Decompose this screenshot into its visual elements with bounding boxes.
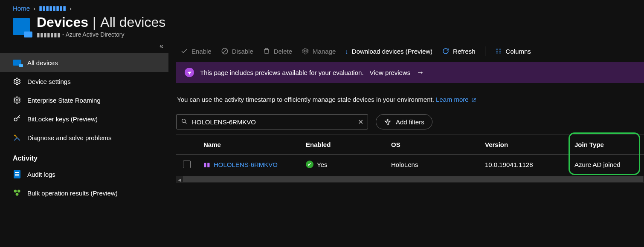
disable-button[interactable]: Disable bbox=[221, 47, 253, 55]
view-previews-link[interactable]: View previews bbox=[370, 69, 411, 76]
preview-banner-text: This page includes previews available fo… bbox=[200, 69, 364, 76]
cell-enabled: ✓ Yes bbox=[304, 161, 389, 168]
rocket-icon: ➤ bbox=[183, 66, 196, 79]
enable-label: Enable bbox=[191, 48, 212, 55]
device-icon: ▮▮ bbox=[203, 161, 210, 168]
page-subtitle-tenant: ▮▮▮▮▮▮▮ bbox=[37, 31, 61, 38]
svg-point-4 bbox=[14, 190, 17, 193]
columns-icon bbox=[495, 47, 502, 55]
delete-label: Delete bbox=[274, 48, 292, 55]
sidebar-item-label: All devices bbox=[27, 59, 58, 66]
add-filters-button[interactable]: Add filters bbox=[376, 114, 432, 129]
toolbar-divider bbox=[485, 46, 485, 56]
refresh-button[interactable]: Refresh bbox=[442, 47, 476, 55]
breadcrumb: Home › ▮▮▮▮▮▮▮▮ › bbox=[0, 0, 644, 14]
collapse-sidebar-icon[interactable]: « bbox=[160, 42, 163, 50]
svg-point-6 bbox=[16, 193, 19, 196]
bulk-icon bbox=[13, 189, 21, 197]
gear-icon bbox=[302, 47, 309, 55]
row-checkbox[interactable] bbox=[183, 161, 191, 168]
enable-button[interactable]: Enable bbox=[180, 47, 212, 55]
download-devices-button[interactable]: ↓ Download devices (Preview) bbox=[345, 48, 432, 55]
scroll-left-icon[interactable]: ◂ bbox=[176, 176, 182, 182]
page-title: Devices | All devices bbox=[37, 14, 165, 30]
enabled-check-icon: ✓ bbox=[306, 161, 313, 168]
sidebar-item-device-settings[interactable]: Device settings bbox=[0, 72, 168, 91]
preview-banner: ➤ This page includes previews available … bbox=[176, 62, 644, 83]
search-icon bbox=[181, 118, 188, 126]
block-icon bbox=[221, 47, 229, 55]
sidebar-item-audit-logs[interactable]: Audit logs bbox=[0, 165, 168, 184]
columns-button[interactable]: Columns bbox=[495, 47, 531, 55]
page-title-block: Devices | All devices ▮▮▮▮▮▮▮ - Azure Ac… bbox=[37, 14, 165, 38]
devices-icon bbox=[13, 58, 21, 67]
cell-join-type: Azure AD joined bbox=[573, 161, 641, 168]
page-title-main: Devices bbox=[37, 14, 88, 30]
cell-os: HoloLens bbox=[389, 161, 483, 168]
sidebar-section-activity: Activity bbox=[0, 147, 168, 165]
manage-button[interactable]: Manage bbox=[302, 47, 336, 55]
horizontal-scrollbar[interactable]: ◂ bbox=[176, 176, 644, 183]
gear-icon bbox=[13, 77, 21, 86]
sidebar-item-label: Bulk operation results (Preview) bbox=[27, 190, 118, 197]
refresh-icon bbox=[442, 47, 450, 55]
external-link-icon bbox=[471, 98, 476, 103]
scroll-track[interactable] bbox=[183, 176, 643, 182]
sidebar-item-label: Audit logs bbox=[27, 171, 55, 178]
cell-version: 10.0.19041.1128 bbox=[483, 161, 573, 168]
filter-icon bbox=[384, 118, 392, 126]
breadcrumb-home[interactable]: Home bbox=[13, 5, 30, 12]
sidebar-item-label: Enterprise State Roaming bbox=[27, 97, 101, 104]
table-header: Name Enabled OS Version Join Type bbox=[176, 135, 644, 155]
col-os[interactable]: OS bbox=[389, 141, 483, 148]
svg-point-9 bbox=[182, 119, 186, 122]
sidebar-item-enterprise-state-roaming[interactable]: Enterprise State Roaming bbox=[0, 91, 168, 109]
sidebar: « All devices Device settings Enterprise… bbox=[0, 42, 168, 238]
col-join-type[interactable]: Join Type bbox=[573, 141, 641, 148]
refresh-label: Refresh bbox=[453, 48, 476, 55]
search-box[interactable]: ✕ bbox=[176, 114, 368, 129]
page-subtitle-suffix: - Azure Active Directory bbox=[61, 31, 124, 38]
description-line: You can use the activity timestamp to ef… bbox=[176, 96, 644, 114]
breadcrumb-tenant[interactable]: ▮▮▮▮▮▮▮▮ bbox=[39, 4, 66, 12]
delete-button[interactable]: Delete bbox=[263, 47, 292, 55]
breadcrumb-sep-icon: › bbox=[70, 5, 72, 12]
sidebar-item-bulk-operation-results[interactable]: Bulk operation results (Preview) bbox=[0, 184, 168, 202]
add-filters-label: Add filters bbox=[396, 118, 424, 126]
key-icon bbox=[13, 115, 21, 123]
sidebar-item-label: BitLocker keys (Preview) bbox=[27, 115, 98, 123]
gear-icon bbox=[13, 96, 21, 104]
clear-search-icon[interactable]: ✕ bbox=[358, 118, 363, 126]
sidebar-item-diagnose[interactable]: Diagnose and solve problems bbox=[0, 128, 168, 147]
tools-icon bbox=[13, 133, 21, 142]
device-name-link[interactable]: HOLOLENS-6RMKVO bbox=[214, 161, 278, 168]
cell-name[interactable]: ▮▮ HOLOLENS-6RMKVO bbox=[202, 161, 304, 168]
sidebar-item-all-devices[interactable]: All devices bbox=[0, 53, 168, 72]
devices-header-icon bbox=[13, 18, 30, 35]
trash-icon bbox=[263, 47, 270, 55]
page-header: Devices | All devices ▮▮▮▮▮▮▮ - Azure Ac… bbox=[0, 14, 644, 42]
sidebar-item-bitlocker-keys[interactable]: BitLocker keys (Preview) bbox=[0, 109, 168, 128]
svg-point-0 bbox=[16, 80, 18, 83]
search-input[interactable] bbox=[192, 118, 354, 126]
svg-point-8 bbox=[305, 50, 307, 52]
check-icon bbox=[180, 47, 188, 55]
learn-more-link[interactable]: Learn more bbox=[436, 96, 476, 103]
col-name[interactable]: Name bbox=[202, 141, 304, 148]
page-title-sub: All devices bbox=[100, 14, 165, 30]
columns-label: Columns bbox=[506, 48, 531, 55]
enabled-text: Yes bbox=[317, 161, 327, 168]
sidebar-item-label: Diagnose and solve problems bbox=[27, 134, 112, 141]
svg-point-5 bbox=[17, 190, 20, 193]
col-enabled[interactable]: Enabled bbox=[304, 141, 389, 148]
table-row[interactable]: ▮▮ HOLOLENS-6RMKVO ✓ Yes HoloLens 10.0.1… bbox=[176, 155, 644, 174]
download-icon: ↓ bbox=[345, 48, 348, 55]
devices-table: Name Enabled OS Version Join Type ▮▮ HOL… bbox=[176, 135, 644, 183]
page-title-separator: | bbox=[93, 14, 96, 30]
log-icon bbox=[13, 170, 21, 178]
command-bar: Enable Disable Delete Manage ↓ Download … bbox=[176, 42, 644, 62]
download-label: Download devices (Preview) bbox=[352, 48, 432, 55]
col-version[interactable]: Version bbox=[483, 141, 573, 148]
filter-row: ✕ Add filters bbox=[176, 114, 644, 135]
sidebar-item-label: Device settings bbox=[27, 78, 71, 85]
